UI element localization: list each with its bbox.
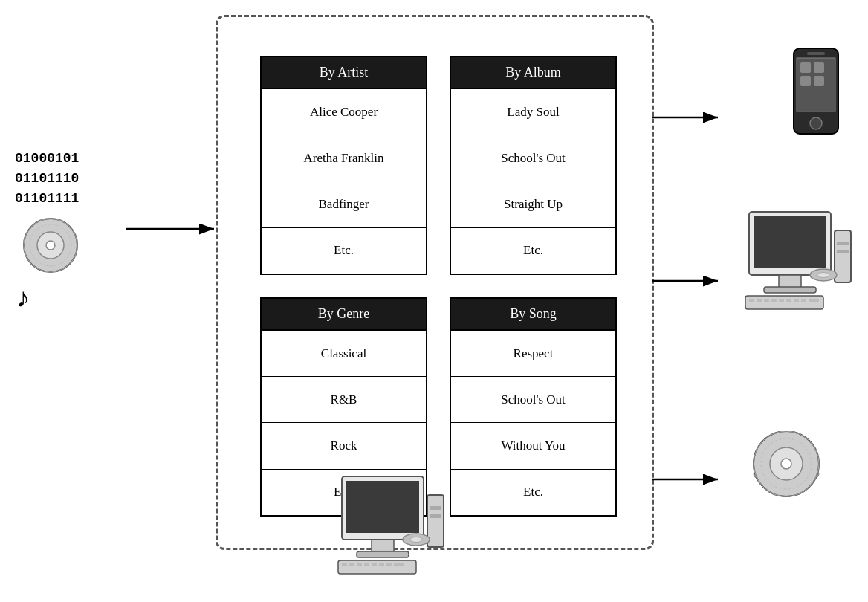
- svg-rect-31: [749, 299, 754, 302]
- by-song-header: By Song: [450, 298, 616, 330]
- diagram-container: By Artist Alice Cooper Aretha Franklin B…: [0, 0, 868, 602]
- by-album-table: By Album Lady Soul School's Out Straight…: [450, 56, 617, 275]
- svg-rect-35: [779, 299, 784, 302]
- table-row: Alice Cooper: [261, 88, 427, 135]
- by-artist-table: By Artist Alice Cooper Aretha Franklin B…: [260, 56, 427, 275]
- svg-rect-34: [771, 299, 777, 302]
- artist-row-2: Aretha Franklin: [261, 135, 427, 181]
- table-row: School's Out: [450, 377, 616, 423]
- svg-rect-22: [754, 216, 826, 268]
- svg-rect-33: [764, 299, 769, 302]
- table-row: Straight Up: [450, 181, 616, 227]
- right-bottom-arrow-icon: [652, 472, 727, 487]
- bottom-computer-icon: [334, 473, 453, 595]
- by-genre-header: By Genre: [261, 298, 427, 330]
- table-row: Etc.: [261, 227, 427, 274]
- song-row-1: Respect: [450, 330, 616, 377]
- table-row: Rock: [261, 423, 427, 469]
- binary-section: 01000101 01101110 01101111: [15, 149, 79, 209]
- svg-rect-47: [346, 481, 419, 533]
- svg-rect-36: [786, 299, 791, 302]
- svg-rect-18: [814, 76, 824, 86]
- svg-rect-55: [338, 560, 416, 574]
- album-row-2: School's Out: [450, 135, 616, 181]
- svg-rect-15: [800, 62, 811, 73]
- table-row: Respect: [450, 330, 616, 377]
- svg-rect-52: [430, 514, 441, 518]
- svg-rect-56: [342, 563, 347, 566]
- svg-rect-20: [807, 52, 825, 55]
- right-computer-icon: [742, 208, 853, 330]
- artist-row-1: Alice Cooper: [261, 88, 427, 135]
- phone-icon: [786, 45, 846, 152]
- svg-rect-24: [764, 287, 816, 293]
- album-row-1: Lady Soul: [450, 88, 616, 135]
- svg-rect-37: [794, 299, 799, 302]
- svg-rect-61: [379, 563, 384, 566]
- table-row: Aretha Franklin: [261, 135, 427, 181]
- svg-point-29: [817, 273, 829, 278]
- svg-rect-30: [745, 296, 823, 309]
- table-row: Without You: [450, 423, 616, 469]
- table-row: Lady Soul: [450, 88, 616, 135]
- right-mid-arrow-icon: [652, 274, 727, 288]
- artist-row-3: Badfinger: [261, 181, 427, 227]
- by-artist-header: By Artist: [261, 56, 427, 88]
- binary-text: 01000101 01101110 01101111: [15, 149, 79, 209]
- left-arrow-icon: [126, 221, 223, 236]
- svg-rect-51: [430, 506, 441, 510]
- svg-rect-27: [837, 250, 849, 253]
- svg-point-54: [410, 537, 422, 543]
- table-row: Etc.: [450, 227, 616, 274]
- svg-rect-32: [757, 299, 762, 302]
- svg-rect-38: [801, 299, 806, 302]
- by-album-header: By Album: [450, 56, 616, 88]
- by-song-table: By Song Respect School's Out Without You…: [450, 297, 617, 517]
- right-top-arrow-icon: [652, 110, 727, 125]
- album-row-4: Etc.: [450, 227, 616, 274]
- genre-row-2: R&B: [261, 377, 427, 423]
- song-row-3: Without You: [450, 423, 616, 469]
- table-row: Etc.: [450, 469, 616, 516]
- svg-rect-58: [357, 563, 362, 566]
- table-row: Badfinger: [261, 181, 427, 227]
- svg-rect-17: [800, 76, 811, 86]
- album-row-3: Straight Up: [450, 181, 616, 227]
- svg-rect-62: [386, 563, 392, 566]
- svg-rect-39: [809, 299, 819, 302]
- svg-rect-57: [349, 563, 354, 566]
- svg-rect-49: [357, 551, 409, 557]
- genre-row-3: Rock: [261, 423, 427, 469]
- cd-icon: [21, 216, 80, 278]
- svg-rect-63: [394, 563, 404, 566]
- right-cd-icon: [749, 431, 823, 508]
- svg-point-44: [781, 459, 791, 469]
- table-row: Classical: [261, 330, 427, 377]
- tables-grid: By Artist Alice Cooper Aretha Franklin B…: [238, 33, 639, 539]
- svg-rect-26: [837, 242, 849, 245]
- song-row-4: Etc.: [450, 469, 616, 516]
- song-row-2: School's Out: [450, 377, 616, 423]
- svg-rect-60: [372, 563, 377, 566]
- svg-point-3: [46, 241, 55, 250]
- genre-row-1: Classical: [261, 330, 427, 377]
- svg-rect-59: [364, 563, 369, 566]
- svg-point-19: [810, 117, 822, 129]
- table-row: R&B: [261, 377, 427, 423]
- table-row: School's Out: [450, 135, 616, 181]
- artist-row-4: Etc.: [261, 227, 427, 274]
- svg-rect-16: [814, 62, 824, 73]
- music-note-icon: ♪: [16, 282, 30, 314]
